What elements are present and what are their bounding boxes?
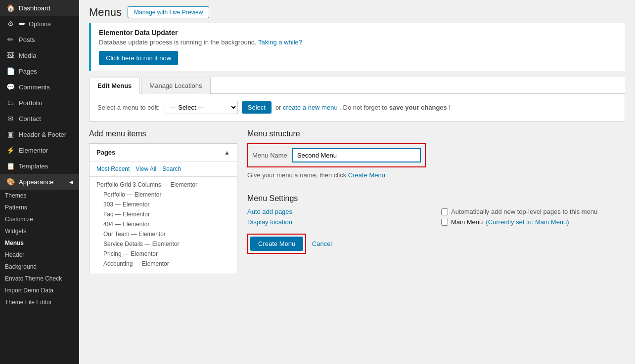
create-menu-button[interactable]: Create Menu xyxy=(250,237,303,251)
acc-tab-search[interactable]: Search xyxy=(162,165,181,172)
sidebar-sub-header[interactable]: Header xyxy=(0,249,79,261)
dont-forget-text: . Do not forget to xyxy=(339,104,389,111)
menu-select-dropdown[interactable]: — Select — xyxy=(164,101,238,114)
tab-manage-locations[interactable]: Manage Locations xyxy=(141,78,210,94)
menu-name-label: Menu Name xyxy=(252,152,287,159)
sidebar-sub-theme-file-editor[interactable]: Theme File Editor xyxy=(0,296,79,308)
create-menu-highlighted-wrapper: Create Menu xyxy=(247,234,306,254)
options-box xyxy=(19,23,25,25)
sidebar-item-media[interactable]: 🖼 Media xyxy=(0,47,79,63)
create-new-menu-link[interactable]: create a new menu xyxy=(283,104,338,111)
select-button[interactable]: Select xyxy=(242,101,272,114)
sidebar-sub-patterns[interactable]: Patterns xyxy=(0,202,79,213)
gear-icon: ⚙ xyxy=(6,20,15,28)
hint-span: Give your menu a name, then click xyxy=(247,171,346,179)
select-label: Select a menu to edit: xyxy=(97,104,160,111)
main-menu-sub: (Currently set to: Main Menu) xyxy=(486,218,569,226)
acc-tab-most-recent[interactable]: Most Recent xyxy=(96,165,130,172)
header-footer-icon: ▣ xyxy=(6,130,15,138)
menu-structure-col: Menu structure Menu Name Give your menu … xyxy=(247,129,625,364)
acc-tab-view-all[interactable]: View All xyxy=(136,165,156,172)
sidebar-item-portfolio[interactable]: 🗂 Portfolio xyxy=(0,95,79,111)
settings-grid: Auto add pages Automatically add new top… xyxy=(247,208,625,226)
list-item: Faq — Elementor xyxy=(96,209,230,219)
sidebar: 🏠 Dashboard ⚙ Options ✏ Posts 🖼 Media 📄 … xyxy=(0,0,79,364)
templates-icon: 📋 xyxy=(6,162,15,170)
sidebar-item-pages[interactable]: 📄 Pages xyxy=(0,63,79,79)
select-row-text: or create a new menu . Do not forget to … xyxy=(275,104,451,111)
auto-add-label: Auto add pages xyxy=(247,208,431,215)
display-location-value: Main Menu (Currently set to: Main Menu) xyxy=(441,218,625,226)
sidebar-sub-themes[interactable]: Themes xyxy=(0,190,79,202)
sidebar-item-appearance[interactable]: 🎨 Appearance ◀ xyxy=(0,174,79,190)
sidebar-item-posts[interactable]: ✏ Posts xyxy=(0,32,79,47)
menu-name-highlighted-wrapper: Menu Name xyxy=(247,143,426,167)
list-item: Service Details — Elementor xyxy=(96,239,230,249)
sidebar-item-elementor[interactable]: ⚡ Elementor xyxy=(0,142,79,158)
exclamation: ! xyxy=(449,104,451,111)
notice-text: Database update process is running in th… xyxy=(99,39,617,46)
sidebar-item-contact[interactable]: ✉ Contact xyxy=(0,111,79,126)
accordion-header-pages[interactable]: Pages ▲ xyxy=(90,144,237,162)
sidebar-label-templates: Templates xyxy=(19,162,48,170)
hint-suffix: . xyxy=(387,171,389,179)
live-preview-button[interactable]: Manage with Live Preview xyxy=(128,6,209,18)
display-location-label: Display location xyxy=(247,218,431,226)
menu-settings-title: Menu Settings xyxy=(247,187,625,203)
appearance-icon: 🎨 xyxy=(6,178,15,186)
pages-icon: 📄 xyxy=(6,67,15,75)
sidebar-sub-customize[interactable]: Customize xyxy=(0,213,79,225)
sidebar-item-header-footer[interactable]: ▣ Header & Footer xyxy=(0,126,79,142)
tab-edit-menus[interactable]: Edit Menus xyxy=(89,78,140,94)
run-now-button[interactable]: Click here to run it now xyxy=(99,51,178,65)
elementor-icon: ⚡ xyxy=(6,146,15,154)
cancel-link[interactable]: Cancel xyxy=(312,240,332,247)
create-menu-hint-link[interactable]: Create Menu xyxy=(348,171,385,179)
page-title: Menus xyxy=(89,6,122,19)
notice-title: Elementor Data Updater xyxy=(99,29,617,37)
pages-accordion: Pages ▲ Most Recent View All Search Port… xyxy=(89,143,237,274)
add-menu-items-col: Add menu items Pages ▲ Most Recent View … xyxy=(89,129,237,364)
auto-add-text: Automatically add new top-level pages to… xyxy=(451,208,597,215)
auto-add-value: Automatically add new top-level pages to… xyxy=(441,208,625,215)
sidebar-label-comments: Comments xyxy=(19,83,50,91)
sidebar-sub-menus[interactable]: Menus xyxy=(0,237,79,249)
posts-icon: ✏ xyxy=(6,36,15,43)
sidebar-item-templates[interactable]: 📋 Templates xyxy=(0,158,79,174)
display-location-checkbox[interactable] xyxy=(441,219,448,226)
sidebar-label-elementor: Elementor xyxy=(19,147,48,154)
save-changes-text: save your changes xyxy=(389,104,447,111)
main-menu-label: Main Menu xyxy=(451,218,483,226)
sidebar-sub-import[interactable]: Import Demo Data xyxy=(0,284,79,296)
sidebar-label-pages: Pages xyxy=(19,68,37,75)
sidebar-label-portfolio: Portfolio xyxy=(19,99,43,107)
dashboard-icon: 🏠 xyxy=(6,4,15,12)
sidebar-label-posts: Posts xyxy=(19,36,35,43)
notice-link[interactable]: Taking a while? xyxy=(258,39,302,46)
page-header: Menus Manage with Live Preview xyxy=(79,0,635,23)
auto-add-checkbox[interactable] xyxy=(441,208,448,215)
contact-icon: ✉ xyxy=(6,115,15,122)
menu-name-input[interactable] xyxy=(292,148,421,162)
hint-text: Give your menu a name, then click Create… xyxy=(247,171,625,179)
two-col-layout: Add menu items Pages ▲ Most Recent View … xyxy=(89,129,625,364)
accordion-list: Portfolio Grid 3 Columns — Elementor Por… xyxy=(90,177,237,274)
comments-icon: 💬 xyxy=(6,83,15,91)
sidebar-sub-widgets[interactable]: Widgets xyxy=(0,225,79,237)
list-item: Portfolio — Elementor xyxy=(96,190,230,200)
list-item: 303 — Elementor xyxy=(96,200,230,209)
sidebar-label-media: Media xyxy=(19,52,36,59)
accordion-tabs: Most Recent View All Search xyxy=(90,162,237,177)
accordion-pages-title: Pages xyxy=(96,149,115,156)
sidebar-item-dashboard[interactable]: 🏠 Dashboard xyxy=(0,0,79,16)
sidebar-item-options[interactable]: ⚙ Options xyxy=(0,16,79,32)
main-content: Menus Manage with Live Preview Elementor… xyxy=(79,0,635,364)
sidebar-label-options: Options xyxy=(29,20,51,28)
sidebar-sub-background[interactable]: Background xyxy=(0,261,79,273)
menu-structure-title: Menu structure xyxy=(247,129,625,138)
sidebar-label-contact: Contact xyxy=(19,115,41,122)
tabs-bar: Edit Menus Manage Locations xyxy=(89,77,625,94)
sidebar-item-comments[interactable]: 💬 Comments xyxy=(0,79,79,95)
sidebar-sub-envato[interactable]: Envato Theme Check xyxy=(0,273,79,284)
sidebar-label-appearance: Appearance xyxy=(19,178,53,186)
